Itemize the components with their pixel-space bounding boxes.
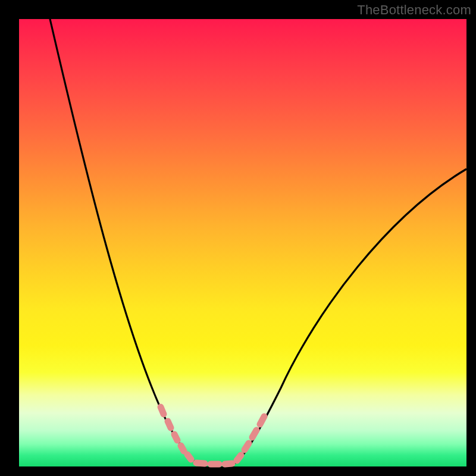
watermark-text: TheBottleneck.com xyxy=(357,2,471,18)
svg-line-9 xyxy=(245,443,249,450)
svg-line-5 xyxy=(196,463,205,464)
svg-line-10 xyxy=(252,430,256,437)
svg-line-1 xyxy=(168,421,171,428)
svg-line-0 xyxy=(161,407,164,414)
curve-highlight-marks xyxy=(161,407,264,464)
chart-frame: TheBottleneck.com xyxy=(0,0,476,476)
svg-line-11 xyxy=(260,416,264,424)
plot-area xyxy=(19,19,466,466)
svg-line-3 xyxy=(181,446,184,451)
svg-line-7 xyxy=(225,464,232,464)
bottleneck-curve xyxy=(19,19,466,466)
curve-line xyxy=(50,19,466,464)
svg-line-2 xyxy=(174,434,177,440)
svg-line-8 xyxy=(237,455,241,461)
svg-line-4 xyxy=(187,455,191,459)
